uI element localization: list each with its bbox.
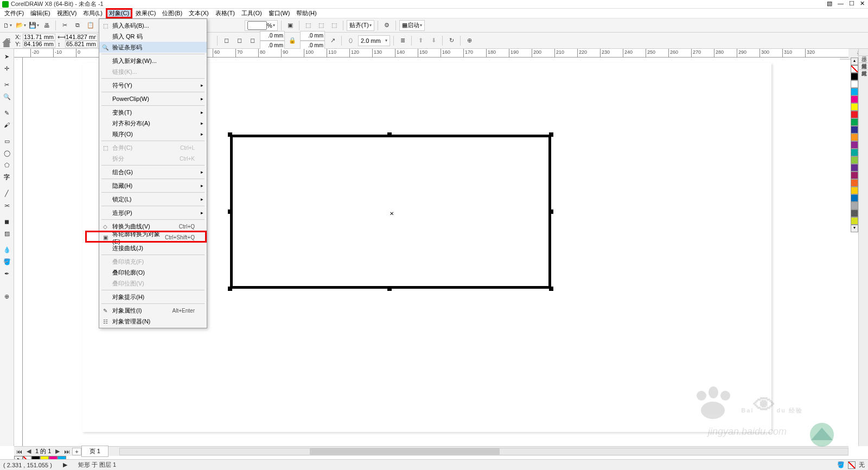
page-tab[interactable]: 页 1 <box>81 446 108 457</box>
freehand-tool[interactable]: ✎ <box>1 107 13 118</box>
color-swatch[interactable] <box>851 96 858 103</box>
menu-item[interactable]: 叠印轮廓(O) <box>99 267 207 278</box>
shape-tool[interactable]: ✛ <box>1 63 13 74</box>
menu-5[interactable]: 效果(C) <box>132 8 159 18</box>
fill-none-swatch[interactable] <box>848 461 856 469</box>
minimize-button[interactable]: — <box>837 0 845 7</box>
rectangle-tool[interactable]: ▭ <box>1 136 13 147</box>
layout-button-1[interactable]: ⬚ <box>303 20 314 31</box>
color-swatch[interactable] <box>851 111 858 118</box>
menu-item[interactable]: 对齐和分布(A) <box>99 118 207 129</box>
docker-tab[interactable]: 对象样式 <box>859 63 868 70</box>
selection-handle-tr[interactable] <box>549 132 553 137</box>
menu-item[interactable]: 变换(T) <box>99 107 207 118</box>
selection-handle-ml[interactable] <box>228 209 232 214</box>
color-swatch[interactable] <box>851 164 858 172</box>
menu-item[interactable]: 连接曲线(J) <box>99 243 207 253</box>
selection-handle-mr[interactable] <box>549 209 553 214</box>
corner-shape-2[interactable]: ◻ <box>234 35 245 46</box>
menu-11[interactable]: 帮助(H) <box>293 8 320 18</box>
back-button[interactable]: ⬇ <box>428 35 439 46</box>
launch-combo[interactable]: ▦ 启动 ▾ <box>399 20 425 31</box>
print-button[interactable]: 🖶 <box>41 20 52 31</box>
corner-tl[interactable] <box>260 33 284 39</box>
selection-handle-bl[interactable] <box>228 287 232 291</box>
page-next-button[interactable]: ▶ <box>53 448 62 455</box>
options-button[interactable]: ⚙ <box>381 20 392 31</box>
convert-curves-button[interactable]: ↻ <box>446 35 457 46</box>
color-swatch[interactable] <box>851 217 858 225</box>
color-swatch[interactable] <box>851 126 858 134</box>
docker-tab[interactable]: 提示 <box>859 49 868 56</box>
copy-button[interactable]: ⧉ <box>72 20 83 31</box>
secondary-icon[interactable]: ▧ <box>826 0 833 7</box>
outline-width[interactable]: ▾ <box>358 35 390 46</box>
corner-tr[interactable] <box>301 33 324 39</box>
corner-br[interactable] <box>301 42 324 48</box>
color-swatch[interactable] <box>851 73 858 80</box>
menu-3[interactable]: 布局(L) <box>80 8 105 18</box>
fill-indicator-icon[interactable]: 🪣 <box>837 461 845 468</box>
menu-item[interactable]: 插入 QR 码 <box>99 31 207 42</box>
menu-2[interactable]: 视图(V) <box>54 8 80 18</box>
menu-item[interactable]: 对象提示(H) <box>99 291 207 302</box>
eyedropper-tool[interactable]: 💧 <box>1 244 13 255</box>
corner-bl[interactable] <box>260 42 284 48</box>
wrap-text-button[interactable]: ≣ <box>397 35 408 46</box>
y-input[interactable] <box>23 41 55 48</box>
palette-down-icon[interactable]: ▾ <box>851 225 858 232</box>
fill-tool[interactable]: 🪣 <box>1 256 13 267</box>
menu-item[interactable]: ▣将轮廓转换为对象(E)Ctrl+Shift+Q <box>99 232 207 243</box>
text-tool[interactable]: 字 <box>1 172 13 182</box>
transparency-tool[interactable]: ▨ <box>1 228 13 239</box>
corner-shape-1[interactable]: ◻ <box>221 35 232 46</box>
crop-tool[interactable]: ✂ <box>1 79 13 90</box>
connector-tool[interactable]: ⫘ <box>1 200 13 211</box>
new-button[interactable]: 🗋▾ <box>2 20 13 31</box>
drop-shadow-tool[interactable]: ◼ <box>1 216 13 227</box>
color-swatch[interactable] <box>851 134 858 141</box>
color-swatch[interactable] <box>851 156 858 164</box>
color-swatch[interactable] <box>851 209 858 217</box>
selection-handle-tm[interactable] <box>387 132 392 137</box>
pick-tool[interactable]: ➤ <box>1 51 13 62</box>
page-last-button[interactable]: ⏭ <box>62 448 72 455</box>
layout-button-3[interactable]: ⬚ <box>329 20 340 31</box>
page-add-button[interactable]: + <box>72 448 81 455</box>
menu-item[interactable]: 造形(P) <box>99 207 207 218</box>
menu-item[interactable]: PowerClip(W) <box>99 93 207 104</box>
zoom-combo[interactable]: % ▾ <box>245 20 278 31</box>
color-swatch[interactable] <box>851 202 858 209</box>
color-swatch[interactable] <box>851 149 858 156</box>
menu-1[interactable]: 编辑(E) <box>27 8 54 18</box>
menu-item[interactable]: 🔍验证条形码 <box>99 42 207 53</box>
color-swatch[interactable] <box>851 103 858 111</box>
quick-add-tool[interactable]: ⊕ <box>1 291 13 302</box>
menu-8[interactable]: 表格(T) <box>212 8 238 18</box>
horizontal-scrollbar[interactable] <box>119 448 848 455</box>
color-swatch[interactable] <box>851 88 858 96</box>
w-input[interactable] <box>65 34 98 41</box>
outline-tool[interactable]: ✒ <box>1 268 13 279</box>
corner-shape-3[interactable]: ◻ <box>247 35 258 46</box>
zoom-tool[interactable]: 🔍 <box>1 91 13 102</box>
front-button[interactable]: ⬆ <box>415 35 426 46</box>
snap-combo[interactable]: 贴齐(T) ▾ <box>347 20 374 31</box>
cut-button[interactable]: ✂ <box>59 20 70 31</box>
selection-handle-tl[interactable] <box>228 132 232 137</box>
menu-4[interactable]: 对象(C) <box>106 8 132 18</box>
x-input[interactable] <box>23 34 55 41</box>
fullscreen-button[interactable]: ▣ <box>285 20 296 31</box>
menu-6[interactable]: 位图(B) <box>159 8 186 18</box>
menu-9[interactable]: 工具(O) <box>238 8 265 18</box>
menu-item[interactable]: 锁定(L) <box>99 194 207 205</box>
menu-item[interactable]: 符号(Y) <box>99 80 207 91</box>
color-swatch[interactable] <box>851 179 858 187</box>
h-input[interactable] <box>65 41 98 48</box>
open-button[interactable]: 📂▾ <box>15 20 26 31</box>
lock-corners-icon[interactable]: 🔒 <box>287 35 298 46</box>
menu-0[interactable]: 文件(F) <box>1 8 27 18</box>
ellipse-tool[interactable]: ◯ <box>1 148 13 158</box>
menu-item[interactable]: ☷对象管理器(N) <box>99 316 207 327</box>
menu-10[interactable]: 窗口(W) <box>265 8 293 18</box>
